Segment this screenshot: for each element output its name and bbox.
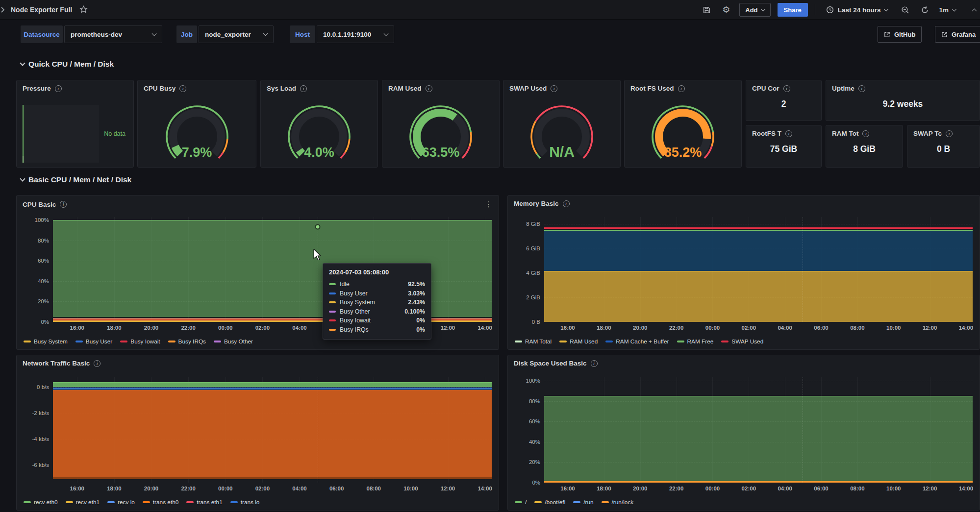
panel-title[interactable]: Memory Basic	[514, 200, 559, 207]
panel-title[interactable]: CPU Basic	[23, 201, 56, 208]
info-icon[interactable]: i	[783, 85, 790, 92]
info-icon[interactable]: i	[300, 85, 307, 92]
chevron-down-icon	[152, 31, 157, 36]
legend-item[interactable]: Busy IRQs	[168, 338, 206, 345]
gridline	[544, 224, 973, 224]
top-navbar: Node Exporter Full ⚙ Add Share Last 24 h…	[0, 0, 980, 20]
info-icon[interactable]: i	[946, 130, 953, 137]
share-button[interactable]: Share	[778, 3, 808, 17]
legend-item[interactable]: RAM Used	[559, 338, 598, 345]
save-dashboard-icon[interactable]	[700, 3, 713, 16]
legend-swatch	[24, 501, 31, 503]
x-axis-label: 00:00	[705, 486, 720, 491]
info-icon[interactable]: i	[60, 201, 67, 208]
panel-menu-icon[interactable]: ⋮	[485, 200, 493, 209]
panel-title[interactable]: CPU Busy	[144, 85, 176, 92]
legend-item[interactable]: /run	[573, 499, 593, 506]
info-icon[interactable]: i	[591, 360, 598, 367]
gauge-value: 7.9%	[155, 145, 239, 160]
add-button-label: Add	[745, 6, 757, 14]
info-icon[interactable]: i	[551, 85, 557, 92]
legend-item[interactable]: trans lo	[230, 499, 260, 506]
series-area	[53, 477, 492, 479]
swap-total-panel: SWAP Tci 0 B	[907, 125, 980, 168]
legend-swatch	[214, 341, 221, 342]
section-basic-cpu-mem-net-disk[interactable]: Basic CPU / Mem / Net / Disk	[21, 175, 131, 184]
x-axis: 16:0018:0020:0022:0000:0002:0004:0006:00…	[544, 325, 973, 335]
info-icon[interactable]: i	[858, 85, 865, 92]
x-axis-label: 22:00	[669, 325, 683, 331]
grafana-link-button[interactable]: Grafana	[935, 26, 980, 43]
dashboard-title[interactable]: Node Exporter Full	[11, 6, 72, 14]
panel-title[interactable]: SWAP Tc	[913, 130, 942, 137]
legend-item[interactable]: recv eth0	[24, 499, 58, 506]
panel-title[interactable]: Network Traffic Basic	[23, 360, 90, 367]
panel-title[interactable]: Pressure	[23, 85, 51, 92]
info-icon[interactable]: i	[55, 85, 62, 92]
panel-title[interactable]: CPU Cor	[752, 85, 779, 92]
legend-item[interactable]: Busy User	[75, 338, 112, 345]
info-icon[interactable]: i	[862, 130, 869, 137]
cpu-cores-panel: CPU Cori 2	[746, 80, 822, 121]
legend-item[interactable]: RAM Free	[677, 338, 714, 345]
info-icon[interactable]: i	[563, 200, 570, 207]
legend-item[interactable]: RAM Cache + Buffer	[605, 338, 669, 345]
datasource-dropdown[interactable]: prometheus-dev	[64, 25, 162, 43]
job-dropdown[interactable]: node_exporter	[199, 25, 274, 43]
refresh-interval-dropdown[interactable]: 1m	[938, 3, 957, 17]
panel-title[interactable]: Sys Load	[267, 85, 296, 92]
root-fs-used-panel: Root FS Usedi 85.2%	[624, 80, 742, 168]
add-panel-button[interactable]: Add	[739, 3, 770, 17]
chevron-up-icon[interactable]	[972, 8, 977, 13]
legend-item[interactable]: recv eth1	[66, 499, 100, 506]
tooltip-series-value: 0%	[416, 326, 425, 333]
legend-swatch	[186, 501, 194, 503]
panel-title[interactable]: RAM Tot	[832, 130, 858, 137]
panel-title[interactable]: SWAP Used	[509, 85, 547, 92]
panel-title[interactable]: Root FS Used	[630, 85, 674, 92]
plot-area[interactable]	[544, 217, 973, 322]
legend-item[interactable]: trans eth0	[143, 499, 178, 506]
legend-item[interactable]: Busy System	[24, 338, 68, 345]
legend-item[interactable]: Busy Iowait	[120, 338, 160, 345]
legend-item[interactable]: Busy Other	[214, 338, 253, 345]
tooltip-series-swatch	[329, 301, 336, 303]
github-link-button[interactable]: GitHub	[878, 26, 922, 43]
refresh-icon[interactable]	[918, 3, 931, 16]
zoom-out-time-icon[interactable]	[899, 3, 911, 16]
section-collapse-icon	[20, 176, 25, 181]
time-range-picker[interactable]: Last 24 hours	[822, 3, 892, 17]
section-title: Basic CPU / Mem / Net / Disk	[28, 175, 131, 184]
series-area	[544, 231, 973, 271]
info-icon[interactable]: i	[94, 360, 101, 367]
breadcrumb-chevron-icon[interactable]	[0, 3, 6, 16]
legend-swatch	[66, 501, 73, 503]
legend-item[interactable]: trans eth1	[186, 499, 222, 506]
legend-item[interactable]: recv lo	[107, 499, 135, 506]
info-icon[interactable]: i	[179, 85, 186, 92]
legend-item[interactable]: /run/lock	[602, 499, 634, 506]
info-icon[interactable]: i	[785, 130, 792, 137]
plot-area[interactable]	[544, 377, 973, 483]
panel-title[interactable]: RAM Used	[388, 85, 422, 92]
legend-item[interactable]: SWAP Used	[721, 338, 763, 345]
dashboard-settings-gear-icon[interactable]: ⚙	[720, 3, 732, 16]
panel-title[interactable]: RootFS T	[752, 130, 781, 137]
info-icon[interactable]: i	[678, 85, 685, 92]
panel-title[interactable]: Disk Space Used Basic	[514, 360, 587, 367]
legend-item[interactable]: /boot/efi	[534, 499, 565, 506]
x-axis-label: 04:00	[778, 486, 792, 491]
legend-item[interactable]: RAM Total	[515, 338, 552, 345]
star-icon[interactable]	[77, 3, 90, 16]
panel-title[interactable]: Uptime	[832, 85, 854, 92]
chart-legend: recv eth0recv eth1recv lotrans eth0trans…	[24, 497, 495, 508]
plot-area[interactable]	[53, 377, 492, 483]
section-title: Quick CPU / Mem / Disk	[28, 60, 114, 69]
legend-item[interactable]: /	[515, 499, 527, 506]
tooltip-series-value: 0%	[416, 317, 425, 324]
y-axis-label: 8 GiB	[526, 221, 540, 227]
info-icon[interactable]: i	[426, 85, 432, 92]
section-quick-cpu-mem-disk[interactable]: Quick CPU / Mem / Disk	[21, 60, 114, 69]
stat-value: 8 GiB	[826, 144, 903, 154]
host-dropdown[interactable]: 10.0.1.191:9100	[317, 25, 394, 43]
